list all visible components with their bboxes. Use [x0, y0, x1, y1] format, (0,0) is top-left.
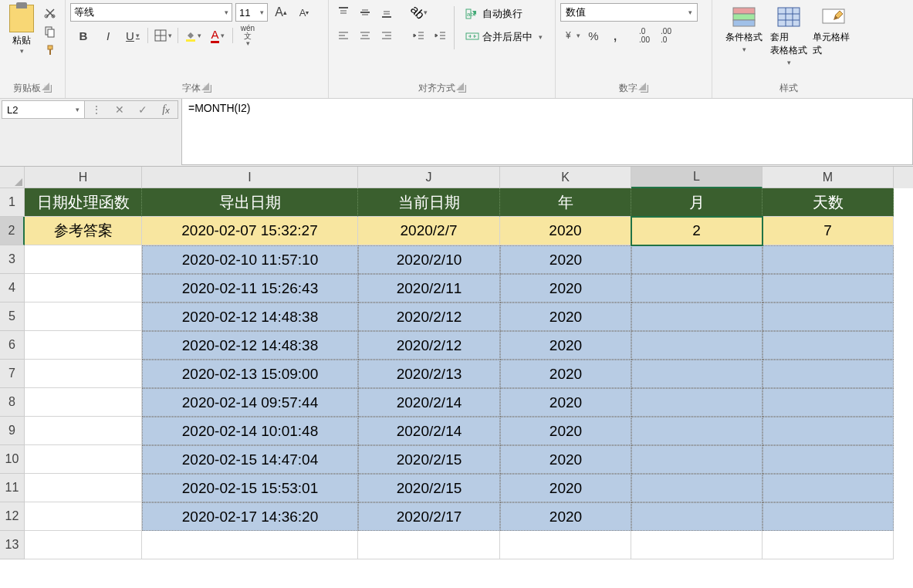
cell-L13[interactable] — [631, 531, 763, 559]
spreadsheet-grid[interactable]: HIJKLM 1日期处理函数导出日期当前日期年月天数2参考答案2020-02-0… — [0, 167, 913, 588]
row-header-2[interactable]: 2 — [0, 217, 25, 245]
cell-K3[interactable]: 2020 — [500, 245, 631, 274]
clipboard-launcher[interactable] — [44, 85, 52, 93]
cell-L8[interactable] — [631, 388, 763, 417]
cell-K7[interactable]: 2020 — [500, 360, 631, 388]
cell-I2[interactable]: 2020-02-07 15:32:27 — [142, 217, 358, 245]
cell-J3[interactable]: 2020/2/10 — [358, 245, 500, 274]
cell-L3[interactable] — [631, 245, 763, 274]
cell-L10[interactable] — [631, 445, 763, 474]
cell-I4[interactable]: 2020-02-11 15:26:43 — [142, 274, 358, 302]
comma-button[interactable]: , — [605, 26, 625, 45]
wrap-text-button[interactable]: ab 自动换行 — [462, 5, 546, 23]
cell-J4[interactable]: 2020/2/11 — [358, 274, 500, 302]
cell-K8[interactable]: 2020 — [500, 388, 631, 417]
cell-M9[interactable] — [763, 417, 894, 445]
cell-J6[interactable]: 2020/2/12 — [358, 331, 500, 360]
cell-J1[interactable]: 当前日期 — [358, 188, 500, 217]
cell-M1[interactable]: 天数 — [763, 188, 894, 217]
format-as-table-button[interactable]: 套用 表格格式▾ — [768, 5, 810, 66]
cell-L7[interactable] — [631, 360, 763, 388]
cell-K2[interactable]: 2020 — [500, 217, 631, 245]
orientation-button[interactable]: ab▾ — [409, 3, 429, 22]
row-header-9[interactable]: 9 — [0, 417, 25, 445]
cell-K9[interactable]: 2020 — [500, 417, 631, 445]
font-color-button[interactable]: A▾ — [208, 26, 228, 45]
accounting-format-button[interactable]: ¥▾ — [562, 26, 582, 45]
row-header-4[interactable]: 4 — [0, 274, 25, 302]
cell-K6[interactable]: 2020 — [500, 331, 631, 360]
cell-K5[interactable]: 2020 — [500, 302, 631, 331]
cell-J5[interactable]: 2020/2/12 — [358, 302, 500, 331]
cell-I3[interactable]: 2020-02-10 11:57:10 — [142, 245, 358, 274]
border-button[interactable]: ▾ — [153, 26, 173, 45]
cell-I7[interactable]: 2020-02-13 15:09:00 — [142, 360, 358, 388]
row-header-5[interactable]: 5 — [0, 302, 25, 331]
increase-decimal-button[interactable]: .0.00 — [634, 26, 654, 45]
cell-K4[interactable]: 2020 — [500, 274, 631, 302]
font-launcher[interactable] — [204, 85, 211, 93]
cell-M4[interactable] — [763, 274, 894, 302]
cell-M11[interactable] — [763, 474, 894, 502]
column-header-K[interactable]: K — [500, 167, 631, 188]
increase-indent-button[interactable] — [431, 26, 451, 45]
cell-L2[interactable]: 2 — [631, 217, 763, 245]
percent-button[interactable]: % — [583, 26, 604, 45]
align-left-button[interactable] — [333, 26, 353, 45]
cell-H9[interactable] — [25, 417, 142, 445]
cell-J13[interactable] — [358, 531, 500, 559]
number-format-dropdown[interactable]: 数值▾ — [560, 3, 698, 22]
alignment-launcher[interactable] — [458, 85, 466, 93]
cell-M2[interactable]: 7 — [763, 217, 894, 245]
fill-color-button[interactable]: ▾ — [183, 26, 203, 45]
cell-L5[interactable] — [631, 302, 763, 331]
cell-H6[interactable] — [25, 331, 142, 360]
align-center-button[interactable] — [355, 26, 375, 45]
column-header-L[interactable]: L — [631, 167, 763, 188]
cell-I9[interactable]: 2020-02-14 10:01:48 — [142, 417, 358, 445]
cell-L12[interactable] — [631, 502, 763, 531]
cell-H2[interactable]: 参考答案 — [25, 217, 142, 245]
merge-center-button[interactable]: 合并后居中▾ — [462, 28, 546, 46]
cancel-formula-button[interactable]: ✕ — [108, 100, 131, 119]
cell-K13[interactable] — [500, 531, 631, 559]
cell-K11[interactable]: 2020 — [500, 474, 631, 502]
cell-K12[interactable]: 2020 — [500, 502, 631, 531]
row-header-13[interactable]: 13 — [0, 531, 25, 559]
name-box[interactable]: L2▾ — [2, 100, 85, 119]
align-bottom-button[interactable] — [377, 3, 397, 22]
row-header-12[interactable]: 12 — [0, 502, 25, 531]
row-header-3[interactable]: 3 — [0, 245, 25, 274]
column-header-M[interactable]: M — [763, 167, 894, 188]
cell-L11[interactable] — [631, 474, 763, 502]
cell-I10[interactable]: 2020-02-15 14:47:04 — [142, 445, 358, 474]
select-all-corner[interactable] — [0, 167, 25, 188]
cell-L1[interactable]: 月 — [631, 188, 763, 217]
cell-I12[interactable]: 2020-02-17 14:36:20 — [142, 502, 358, 531]
cell-J10[interactable]: 2020/2/15 — [358, 445, 500, 474]
cell-H8[interactable] — [25, 388, 142, 417]
decrease-indent-button[interactable] — [409, 26, 429, 45]
italic-button[interactable]: I — [98, 26, 118, 45]
cell-M3[interactable] — [763, 245, 894, 274]
cell-H12[interactable] — [25, 502, 142, 531]
phonetic-button[interactable]: wén文▾ — [238, 26, 258, 45]
cell-J7[interactable]: 2020/2/13 — [358, 360, 500, 388]
cell-K1[interactable]: 年 — [500, 188, 631, 217]
cell-M8[interactable] — [763, 388, 894, 417]
cell-I13[interactable] — [142, 531, 358, 559]
decrease-decimal-button[interactable]: .00.0 — [656, 26, 676, 45]
row-header-10[interactable]: 10 — [0, 445, 25, 474]
cell-I11[interactable]: 2020-02-15 15:53:01 — [142, 474, 358, 502]
cell-H11[interactable] — [25, 474, 142, 502]
row-header-11[interactable]: 11 — [0, 474, 25, 502]
cell-I6[interactable]: 2020-02-12 14:48:38 — [142, 331, 358, 360]
cell-J8[interactable]: 2020/2/14 — [358, 388, 500, 417]
cell-H7[interactable] — [25, 360, 142, 388]
cell-L9[interactable] — [631, 417, 763, 445]
decrease-font-button[interactable]: A▾ — [294, 3, 314, 22]
align-right-button[interactable] — [377, 26, 397, 45]
cell-K10[interactable]: 2020 — [500, 445, 631, 474]
cell-H13[interactable] — [25, 531, 142, 559]
enter-formula-button[interactable]: ✓ — [131, 100, 154, 119]
